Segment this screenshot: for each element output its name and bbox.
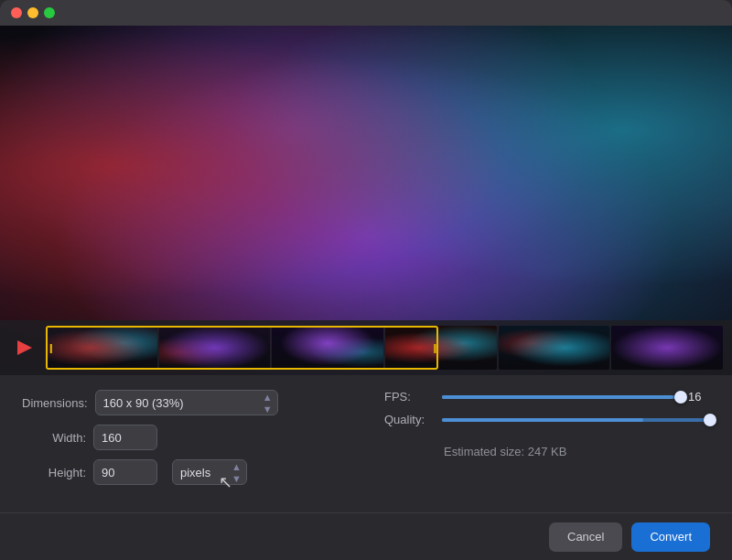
fps-slider-track[interactable] [442, 395, 681, 399]
quality-label: Quality: [384, 413, 435, 426]
dimensions-select[interactable]: 160 x 90 (33%) 240 x 135 (50%) 480 x 270… [95, 390, 278, 415]
unit-select[interactable]: pixels percent [172, 459, 247, 485]
dimensions-label: Dimensions: [22, 396, 88, 410]
height-row: Height: pixels percent ▲▼ ↖ [22, 459, 348, 485]
filmstrip-frame-5 [499, 326, 610, 370]
left-controls: Dimensions: 160 x 90 (33%) 240 x 135 (50… [22, 390, 348, 505]
convert-button[interactable]: Convert [631, 522, 710, 552]
traffic-lights [11, 7, 55, 18]
dimensions-select-wrapper: 160 x 90 (33%) 240 x 135 (50%) 480 x 270… [95, 390, 278, 415]
minimize-button[interactable] [27, 7, 38, 18]
dimensions-row: Dimensions: 160 x 90 (33%) 240 x 135 (50… [22, 390, 348, 415]
filmstrip [46, 326, 723, 370]
controls-area: Dimensions: 160 x 90 (33%) 240 x 135 (50… [0, 375, 732, 512]
filmstrip-container[interactable] [46, 326, 723, 370]
play-button[interactable] [9, 333, 38, 362]
maximize-button[interactable] [44, 7, 55, 18]
quality-slider-container [442, 418, 710, 422]
bottom-bar: Cancel Convert [0, 512, 732, 560]
estimated-size-label: Estimated size: 247 KB [444, 445, 566, 458]
fps-slider-thumb[interactable] [674, 391, 687, 404]
fps-slider-fill [442, 395, 673, 399]
close-button[interactable] [11, 7, 22, 18]
height-label: Height: [22, 466, 86, 479]
quality-slider-track[interactable] [442, 418, 710, 422]
fps-row: FPS: 16 [384, 390, 710, 404]
cancel-button[interactable]: Cancel [549, 522, 622, 552]
quality-slider-fill [442, 418, 643, 422]
titlebar [0, 0, 732, 26]
height-input[interactable] [93, 459, 157, 485]
quality-row: Quality: [384, 413, 710, 426]
unit-select-wrapper: pixels percent ▲▼ [172, 459, 247, 485]
filmstrip-frame-2 [159, 326, 271, 370]
timeline-strip [0, 320, 732, 375]
fps-slider-container [442, 395, 681, 399]
video-area [0, 26, 732, 375]
fps-value: 16 [688, 390, 710, 404]
filmstrip-frame-4 [385, 326, 497, 370]
fps-label: FPS: [384, 390, 435, 404]
width-row: Width: [22, 425, 348, 450]
quality-slider-thumb[interactable] [704, 414, 716, 426]
width-label: Width: [22, 431, 86, 445]
filmstrip-frame-6 [611, 326, 723, 370]
right-controls: FPS: 16 Quality: [348, 390, 710, 505]
width-input[interactable] [93, 425, 157, 450]
filmstrip-frame-1 [46, 326, 157, 370]
play-icon [17, 340, 32, 355]
estimated-size-row: Estimated size: 247 KB [384, 441, 710, 458]
filmstrip-frame-3 [272, 326, 383, 370]
